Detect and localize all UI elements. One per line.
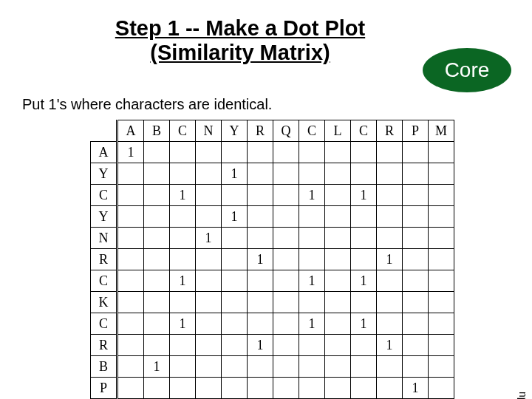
matrix-cell bbox=[222, 142, 248, 163]
instruction-text: Put 1's where characters are identical. bbox=[22, 96, 272, 113]
matrix-cell bbox=[325, 335, 351, 356]
matrix-cell: 1 bbox=[351, 313, 377, 335]
matrix-cell bbox=[325, 206, 351, 228]
matrix-cell bbox=[170, 142, 196, 163]
matrix-cell bbox=[170, 163, 196, 185]
matrix-cell bbox=[222, 292, 248, 313]
matrix-cell: 1 bbox=[351, 185, 377, 206]
matrix-cell: 1 bbox=[222, 163, 248, 185]
matrix-row-header: C bbox=[91, 270, 117, 292]
matrix-cell bbox=[117, 249, 144, 270]
matrix-cell bbox=[248, 228, 273, 249]
matrix-cell bbox=[196, 185, 222, 206]
matrix-col-header: P bbox=[403, 120, 429, 142]
matrix-cell bbox=[273, 292, 299, 313]
matrix-col-header: Y bbox=[222, 120, 248, 142]
matrix-cell bbox=[429, 142, 454, 163]
matrix-cell bbox=[273, 335, 299, 356]
matrix-cell bbox=[377, 185, 403, 206]
core-badge: Core bbox=[423, 48, 511, 92]
footer-credit: 6 (c) Mark Gerstein, 2002, Yale, bioinfo… bbox=[516, 392, 528, 399]
matrix-cell bbox=[325, 142, 351, 163]
matrix-cell bbox=[144, 313, 170, 335]
matrix-cell bbox=[196, 142, 222, 163]
matrix-cell bbox=[117, 228, 144, 249]
matrix-cell bbox=[117, 270, 144, 292]
matrix-cell bbox=[248, 163, 273, 185]
matrix-cell: 1 bbox=[377, 249, 403, 270]
matrix-cell bbox=[170, 249, 196, 270]
matrix-cell bbox=[299, 142, 325, 163]
matrix-cell bbox=[196, 356, 222, 378]
matrix-cell bbox=[377, 356, 403, 378]
matrix-corner bbox=[91, 120, 117, 142]
matrix-cell bbox=[117, 335, 144, 356]
matrix-cell bbox=[403, 313, 429, 335]
title-line-1: Step 1 -- Make a Dot Plot bbox=[115, 16, 365, 40]
matrix-cell bbox=[377, 206, 403, 228]
matrix-cell bbox=[196, 378, 222, 399]
matrix-cell bbox=[299, 249, 325, 270]
matrix-cell bbox=[325, 228, 351, 249]
matrix-cell bbox=[170, 335, 196, 356]
copyright-text: (c) Mark Gerstein, 2002, Yale, bioinfo.m… bbox=[516, 392, 528, 399]
matrix-cell bbox=[299, 356, 325, 378]
matrix-cell bbox=[325, 292, 351, 313]
matrix-cell bbox=[170, 206, 196, 228]
matrix-header: ABCNYRQCLCRPM bbox=[91, 120, 454, 142]
matrix-cell bbox=[273, 313, 299, 335]
matrix-cell: 1 bbox=[170, 313, 196, 335]
matrix-row-header: C bbox=[91, 313, 117, 335]
matrix-cell bbox=[325, 270, 351, 292]
matrix-cell: 1 bbox=[299, 313, 325, 335]
matrix-cell bbox=[429, 163, 454, 185]
matrix-cell bbox=[248, 185, 273, 206]
matrix-cell bbox=[144, 206, 170, 228]
matrix-cell bbox=[170, 292, 196, 313]
matrix-cell bbox=[273, 163, 299, 185]
matrix-cell: 1 bbox=[117, 142, 144, 163]
matrix-cell bbox=[429, 270, 454, 292]
matrix-row-header: Y bbox=[91, 163, 117, 185]
matrix-cell bbox=[222, 185, 248, 206]
matrix-cell: 1 bbox=[144, 356, 170, 378]
matrix-cell bbox=[377, 142, 403, 163]
matrix-cell bbox=[429, 335, 454, 356]
matrix-row-header: R bbox=[91, 335, 117, 356]
matrix-cell: 1 bbox=[248, 249, 273, 270]
matrix-col-header: N bbox=[196, 120, 222, 142]
matrix-cell bbox=[117, 378, 144, 399]
matrix-cell bbox=[299, 378, 325, 399]
matrix-col-header: L bbox=[325, 120, 351, 142]
matrix-col-header: R bbox=[248, 120, 273, 142]
matrix-col-header: C bbox=[170, 120, 196, 142]
matrix-col-header: R bbox=[377, 120, 403, 142]
matrix-cell: 1 bbox=[377, 335, 403, 356]
matrix-cell bbox=[403, 270, 429, 292]
matrix-cell bbox=[351, 228, 377, 249]
matrix-body: A1Y1C111Y1N1R11C111KC111R11B1P1 bbox=[91, 142, 454, 399]
matrix-cell: 1 bbox=[222, 206, 248, 228]
matrix-cell bbox=[325, 378, 351, 399]
matrix-cell bbox=[222, 335, 248, 356]
matrix-col-header: B bbox=[144, 120, 170, 142]
matrix-cell: 1 bbox=[170, 185, 196, 206]
matrix-cell bbox=[273, 270, 299, 292]
matrix-cell bbox=[429, 378, 454, 399]
matrix-cell bbox=[222, 356, 248, 378]
matrix-cell bbox=[299, 206, 325, 228]
matrix-cell bbox=[351, 142, 377, 163]
matrix-cell bbox=[403, 163, 429, 185]
matrix-cell bbox=[429, 228, 454, 249]
core-badge-label: Core bbox=[445, 58, 490, 82]
title-line-2: (Similarity Matrix) bbox=[150, 41, 330, 64]
matrix-cell bbox=[403, 356, 429, 378]
matrix-cell bbox=[299, 228, 325, 249]
matrix-cell bbox=[351, 249, 377, 270]
matrix-cell bbox=[144, 228, 170, 249]
matrix-cell bbox=[351, 356, 377, 378]
matrix-cell bbox=[248, 313, 273, 335]
matrix-cell bbox=[170, 378, 196, 399]
matrix-cell bbox=[273, 185, 299, 206]
matrix-cell bbox=[222, 228, 248, 249]
